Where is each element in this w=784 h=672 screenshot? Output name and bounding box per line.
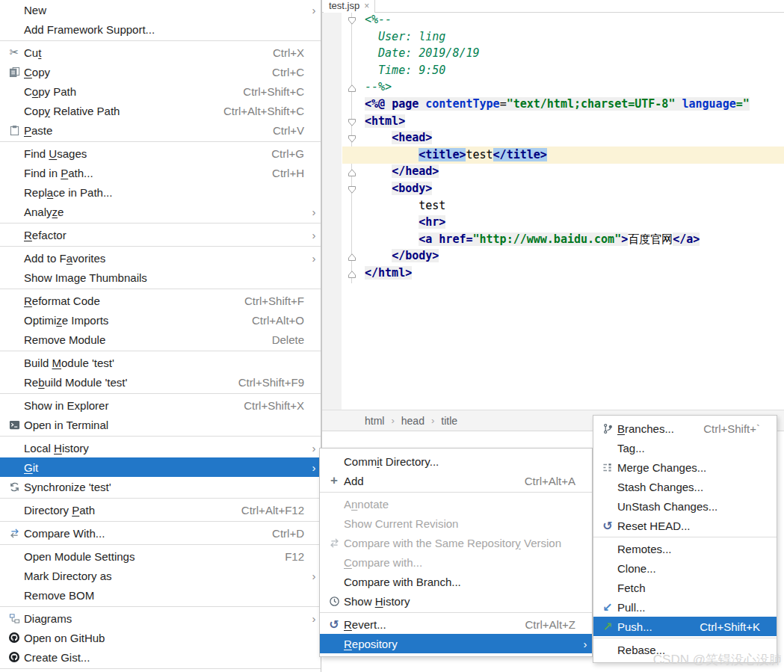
code-token (365, 232, 419, 246)
menu-item-label: Find Usages (24, 147, 87, 160)
code-token (365, 199, 419, 212)
menu-item-show-in-explorer[interactable]: Show in ExplorerCtrl+Shift+X (0, 395, 321, 415)
code-line[interactable]: test (342, 197, 784, 215)
code-line[interactable]: <%-- (342, 11, 784, 28)
menu-item-replace-in-path[interactable]: Replace in Path... (0, 182, 321, 202)
code-line[interactable]: Date: 2019/8/19 (342, 45, 784, 62)
menu-item-add-framework-support[interactable]: Add Framework Support... (0, 19, 321, 39)
code-line[interactable]: User: ling (342, 28, 784, 46)
menu-item-diagrams[interactable]: Diagrams› (0, 608, 321, 628)
code-line[interactable]: </body> (342, 247, 784, 265)
menu-item-mark-directory-as[interactable]: Mark Directory as› (0, 566, 321, 585)
code-line[interactable]: Time: 9:50 (342, 62, 784, 79)
code-token: <%@ (365, 97, 392, 111)
menu-item-remove-module[interactable]: Remove ModuleDelete (0, 330, 321, 349)
menu-item-copy[interactable]: CopyCtrl+C (0, 62, 321, 81)
menu-item-label: Revert... (344, 618, 386, 631)
menu-item-push[interactable]: ↗Push...Ctrl+Shift+K (593, 617, 777, 636)
menu-item-pull[interactable]: ↙Pull... (593, 597, 777, 617)
code-line[interactable]: <%@ page contentType="text/html;charset=… (342, 96, 784, 113)
menu-item-shortcut: Ctrl+V (273, 124, 307, 137)
fold-up-icon[interactable] (348, 167, 356, 176)
menu-item-fetch[interactable]: Fetch (593, 578, 777, 597)
code-line[interactable]: </html> (342, 265, 784, 282)
fold-down-icon[interactable] (348, 133, 356, 142)
menu-separator (0, 434, 321, 438)
code-token: =" (736, 97, 750, 111)
clock-icon (324, 596, 344, 607)
menu-item-show-image-thumbnails[interactable]: Show Image Thumbnails (0, 268, 321, 287)
menu-item-copy-relative-path[interactable]: Copy Relative PathCtrl+Alt+Shift+C (0, 101, 321, 120)
menu-item-commit-directory[interactable]: Commit Directory... (320, 451, 592, 471)
code-line[interactable]: <a href="http://www.baidu.com">百度官网</a> (342, 231, 784, 248)
fold-down-icon[interactable] (348, 184, 356, 193)
code-token: language (682, 97, 735, 111)
menu-item-local-history[interactable]: Local History› (0, 438, 321, 457)
menu-item-rebuild-module-test[interactable]: Rebuild Module 'test'Ctrl+Shift+F9 (0, 372, 321, 392)
breadcrumb-item-html[interactable]: html (365, 415, 384, 427)
fold-down-icon[interactable] (348, 15, 356, 24)
breadcrumb-item-title[interactable]: title (441, 415, 457, 427)
menu-item-add[interactable]: +AddCtrl+Alt+A (320, 471, 592, 490)
menu-item-create-gist[interactable]: Create Gist... (0, 647, 321, 667)
menu-item-show-current-revision[interactable]: Show Current Revision (320, 514, 592, 533)
menu-item-merge-changes[interactable]: Merge Changes... (593, 457, 777, 477)
code-token: 百度官网 (628, 232, 673, 246)
menu-item-annotate[interactable]: Annotate (320, 494, 592, 514)
branch-icon (598, 423, 617, 434)
menu-item-reformat-code[interactable]: Reformat CodeCtrl+Shift+F (0, 291, 321, 310)
menu-item-branches[interactable]: Branches...Ctrl+Shift+` (593, 419, 777, 438)
code-line[interactable]: <hr> (342, 214, 784, 231)
menu-item-label: Add to Favorites (24, 252, 105, 265)
menu-item-optimize-imports[interactable]: Optimize ImportsCtrl+Alt+O (0, 310, 321, 330)
menu-item-remotes[interactable]: Remotes... (593, 539, 777, 558)
menu-item-find-usages[interactable]: Find UsagesCtrl+G (0, 144, 321, 163)
menu-item-repository[interactable]: Repository› (320, 634, 592, 653)
menu-item-open-on-github[interactable]: Open on GitHub (0, 628, 321, 647)
menu-item-label: Copy (24, 66, 50, 78)
menu-item-git[interactable]: Git› (0, 457, 321, 477)
menu-item-shortcut: Ctrl+Shift+X (244, 399, 307, 412)
menu-item-compare-with[interactable]: Compare with... (320, 552, 592, 572)
code-area[interactable]: <%-- User: ling Date: 2019/8/19 Time: 9:… (322, 0, 784, 419)
menu-item-build-module-test[interactable]: Build Module 'test' (0, 353, 321, 372)
menu-item-directory-path[interactable]: Directory PathCtrl+Alt+F12 (0, 500, 321, 520)
menu-item-remove-bom[interactable]: Remove BOM (0, 585, 321, 605)
menu-item-cut[interactable]: ✂CutCtrl+X (0, 43, 321, 62)
menu-item-find-in-path[interactable]: Find in Path...Ctrl+H (0, 163, 321, 182)
fold-up-icon[interactable] (348, 251, 356, 260)
fold-down-icon[interactable] (348, 117, 356, 126)
menu-item-open-in-terminal[interactable]: Open in Terminal (0, 415, 321, 434)
menu-item-compare-with-the-same-repository-version[interactable]: Compare with the Same Repository Version (320, 533, 592, 552)
menu-item-compare-with[interactable]: Compare With...Ctrl+D (0, 523, 321, 543)
menu-item-reset-head[interactable]: ↺Reset HEAD... (593, 516, 777, 535)
breadcrumb-item-head[interactable]: head (401, 415, 425, 427)
code-line[interactable]: </head> (342, 163, 784, 180)
menu-item-paste[interactable]: PasteCtrl+V (0, 120, 321, 140)
code-token: </a> (673, 232, 700, 246)
menu-item-copy-path[interactable]: Copy PathCtrl+Shift+C (0, 81, 321, 101)
menu-item-show-history[interactable]: Show History (320, 591, 592, 611)
menu-item-compare-with-branch[interactable]: Compare with Branch... (320, 572, 592, 591)
menu-item-open-module-settings[interactable]: Open Module SettingsF12 (0, 546, 321, 566)
menu-item-refactor[interactable]: Refactor› (0, 225, 321, 244)
code-line[interactable]: <title>test</title> (342, 147, 784, 164)
fold-up-icon[interactable] (348, 82, 356, 91)
menu-item-add-to-favorites[interactable]: Add to Favorites› (0, 248, 321, 268)
code-line[interactable]: <head> (342, 129, 784, 147)
code-token: "http://www.baidu.com" (473, 232, 622, 246)
menu-item-clone[interactable]: Clone... (593, 558, 777, 578)
menu-item-revert[interactable]: ↺Revert...Ctrl+Alt+Z (320, 614, 592, 634)
code-line[interactable]: <body> (342, 180, 784, 197)
menu-item-unstash-changes[interactable]: UnStash Changes... (593, 496, 777, 516)
menu-item-synchronize-test[interactable]: Synchronize 'test' (0, 477, 321, 496)
menu-item-tag[interactable]: Tag... (593, 438, 777, 457)
menu-item-label: Add (344, 475, 364, 487)
fold-up-icon[interactable] (348, 268, 356, 277)
code-line[interactable]: --%> (342, 78, 784, 96)
code-line[interactable]: <html> (342, 113, 784, 130)
git-submenu: Commit Directory...+AddCtrl+Alt+AAnnotat… (319, 448, 593, 657)
menu-item-analyze[interactable]: Analyze› (0, 202, 321, 221)
menu-item-stash-changes[interactable]: Stash Changes... (593, 477, 777, 496)
menu-item-new[interactable]: New› (0, 0, 321, 19)
